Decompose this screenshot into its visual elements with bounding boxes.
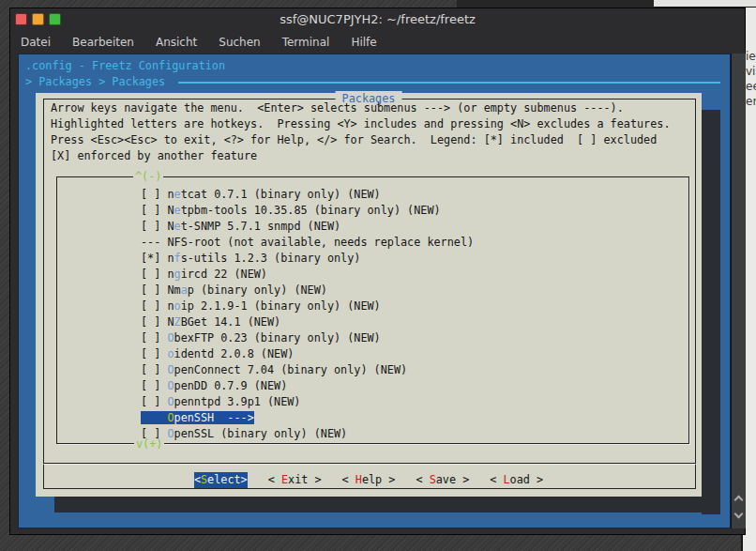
list-item-openssl[interactable]: [ ] OpenSSL (binary only) (NEW) xyxy=(141,426,347,442)
dialog-shadow-bottom xyxy=(54,497,720,513)
list-item-opendd[interactable]: [ ] OpenDD 0.7.9 (NEW) xyxy=(141,378,287,394)
menu-item-bearbeiten[interactable]: Bearbeiten xyxy=(72,36,134,49)
background-window-text: ee xyxy=(746,80,756,93)
scroll-up-indicator: ^(-) xyxy=(133,169,163,185)
save-button[interactable]: < Save > xyxy=(416,472,469,488)
scroll-down-icon[interactable] xyxy=(734,510,744,519)
list-item-obexftp[interactable]: [ ] ObexFTP 0.23 (binary only) (NEW) xyxy=(141,330,381,346)
list-item-nfs-root[interactable]: --- NFS-root (not available, needs repla… xyxy=(141,235,474,251)
instruction-line: Press <Esc><Esc> to exit, <?> for Help, … xyxy=(51,132,657,148)
window-title: ssf@NUC7PJYH2: ~/freetz/freetz xyxy=(10,8,745,31)
menu-item-datei[interactable]: Datei xyxy=(21,36,51,49)
menu-item-ansicht[interactable]: Ansicht xyxy=(156,36,197,49)
instruction-line: Arrow keys navigate the menu. <Enter> se… xyxy=(51,100,624,116)
list-item-nfs-utils[interactable]: [*] nfs-utils 1.2.3 (binary only) xyxy=(141,251,360,267)
config-header: .config - Freetz Configuration xyxy=(25,58,225,74)
packages-dialog: Packages ^(-) v(+) <Select>< Exit >< Hel… xyxy=(36,93,702,497)
menu-item-hilfe[interactable]: Hilfe xyxy=(351,36,376,49)
list-item-nzbget[interactable]: [ ] NZBGet 14.1 (NEW) xyxy=(141,314,280,330)
menu-item-terminal[interactable]: Terminal xyxy=(282,36,330,49)
instruction-line: Highlighted letters are hotkeys. Pressin… xyxy=(51,116,671,132)
list-item-net-snmp[interactable]: [ ] Net-SNMP 5.7.1 snmpd (NEW) xyxy=(141,219,340,235)
dialog-shadow-right xyxy=(702,110,720,514)
list-item-openssh[interactable]: OpenSSH ---> xyxy=(141,410,254,426)
list-item-oidentd[interactable]: [ ] oidentd 2.0.8 (NEW) xyxy=(141,346,294,362)
list-item-noip[interactable]: [ ] noip 2.1.9-1 (binary only) (NEW) xyxy=(141,298,381,314)
dialog-buttons: <Select>< Exit >< Help >< Save >< Load > xyxy=(36,472,702,488)
list-item-ngircd[interactable]: [ ] ngircd 22 (NEW) xyxy=(141,267,267,283)
select-button[interactable]: <Select> xyxy=(194,472,248,488)
desktop: ievireeer ssf@NUC7PJYH2: ~/freetz/freetz… xyxy=(0,0,756,551)
background-window-top xyxy=(654,0,756,8)
help-button[interactable]: < Help > xyxy=(342,472,396,488)
background-window-text: ie xyxy=(746,50,756,63)
menu-bar: DateiBearbeitenAnsichtSuchenTerminalHilf… xyxy=(10,31,745,54)
terminal-scrollbar[interactable] xyxy=(731,54,746,528)
list-item-netcat[interactable]: [ ] netcat 0.7.1 (binary only) (NEW) xyxy=(141,187,381,203)
background-window-text: vir xyxy=(746,65,756,78)
menu-item-suchen[interactable]: Suchen xyxy=(219,36,260,49)
button-separator xyxy=(43,463,696,464)
list-item-netpbm-tools[interactable]: [ ] Netpbm-tools 10.35.85 (binary only) … xyxy=(141,203,441,219)
background-window-text: er xyxy=(746,95,756,108)
terminal-window: ssf@NUC7PJYH2: ~/freetz/freetz DateiBear… xyxy=(9,8,746,535)
breadcrumb: > Packages > Packages xyxy=(25,74,165,90)
terminal-screen[interactable]: .config - Freetz Configuration > Package… xyxy=(18,54,731,528)
breadcrumb-rule xyxy=(178,82,720,84)
scroll-up-icon[interactable] xyxy=(734,496,744,505)
title-bar: ssf@NUC7PJYH2: ~/freetz/freetz xyxy=(10,8,745,31)
load-button[interactable]: < Load > xyxy=(490,472,543,488)
exit-button[interactable]: < Exit > xyxy=(268,472,322,488)
list-item-nmap[interactable]: [ ] Nmap (binary only) (NEW) xyxy=(141,283,327,298)
list-item-openntpd[interactable]: [ ] Openntpd 3.9p1 (NEW) xyxy=(141,394,300,410)
list-item-openconnect[interactable]: [ ] OpenConnect 7.04 (binary only) (NEW) xyxy=(141,362,407,378)
instruction-line: [X] enforced by another feature xyxy=(51,148,257,164)
